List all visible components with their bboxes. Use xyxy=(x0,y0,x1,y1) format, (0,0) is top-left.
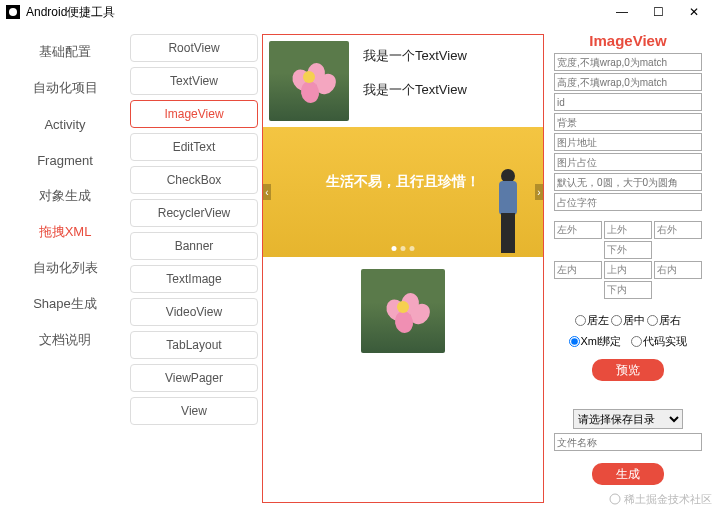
view-banner[interactable]: Banner xyxy=(130,232,258,260)
preview-textview-2[interactable]: 我是一个TextView xyxy=(363,81,467,99)
properties-panel: ImageView 左外 上外 右外 下外 左内 上内 右内 下内 xyxy=(548,24,708,513)
padding-left-inner[interactable]: 左内 xyxy=(554,261,602,279)
save-dir-select[interactable]: 请选择保存目录 xyxy=(573,409,683,429)
view-recyclerview[interactable]: RecyclerView xyxy=(130,199,258,227)
banner-prev-icon[interactable]: ‹ xyxy=(263,184,271,200)
app-icon xyxy=(6,5,20,19)
banner-person-icon xyxy=(491,167,525,257)
generate-button[interactable]: 生成 xyxy=(592,463,664,485)
padding-right-inner[interactable]: 右内 xyxy=(654,261,702,279)
nav-activity[interactable]: Activity xyxy=(0,106,130,142)
nav-shape-gen[interactable]: Shape生成 xyxy=(0,286,130,322)
radio-code-impl[interactable]: 代码实现 xyxy=(631,334,687,349)
banner-text: 生活不易，且行且珍惜！ xyxy=(326,173,480,191)
nav-basic-config[interactable]: 基础配置 xyxy=(0,34,130,70)
view-rootview[interactable]: RootView xyxy=(130,34,258,62)
preview-textview-1[interactable]: 我是一个TextView xyxy=(363,47,467,65)
svg-point-0 xyxy=(9,8,17,16)
view-checkbox[interactable]: CheckBox xyxy=(130,166,258,194)
view-viewpager[interactable]: ViewPager xyxy=(130,364,258,392)
input-placeholder-img[interactable] xyxy=(554,153,702,171)
input-width[interactable] xyxy=(554,53,702,71)
margin-left-outer[interactable]: 左外 xyxy=(554,221,602,239)
minimize-button[interactable]: — xyxy=(604,0,640,24)
view-textimage[interactable]: TextImage xyxy=(130,265,258,293)
nav-auto-project[interactable]: 自动化项目 xyxy=(0,70,130,106)
margin-bottom-outer[interactable]: 下外 xyxy=(604,241,652,259)
watermark: 稀土掘金技术社区 xyxy=(609,492,712,507)
padding-top-inner[interactable]: 上内 xyxy=(604,261,652,279)
padding-bottom-inner[interactable]: 下内 xyxy=(604,281,652,299)
view-tablayout[interactable]: TabLayout xyxy=(130,331,258,359)
close-button[interactable]: ✕ xyxy=(676,0,712,24)
preview-image-2[interactable] xyxy=(361,269,445,353)
radio-align-left[interactable]: 居左 xyxy=(575,313,609,328)
radio-xml-bind[interactable]: Xml绑定 xyxy=(569,334,622,349)
margin-top-outer[interactable]: 上外 xyxy=(604,221,652,239)
view-list: RootView TextView ImageView EditText Che… xyxy=(130,24,258,513)
maximize-button[interactable]: ☐ xyxy=(640,0,676,24)
input-height[interactable] xyxy=(554,73,702,91)
input-image-url[interactable] xyxy=(554,133,702,151)
nav-object-gen[interactable]: 对象生成 xyxy=(0,178,130,214)
filename-input[interactable] xyxy=(554,433,702,451)
banner-next-icon[interactable]: › xyxy=(535,184,543,200)
nav-docs[interactable]: 文档说明 xyxy=(0,322,130,358)
radio-align-right[interactable]: 居右 xyxy=(647,313,681,328)
view-textview[interactable]: TextView xyxy=(130,67,258,95)
radio-align-center[interactable]: 居中 xyxy=(611,313,645,328)
view-edittext[interactable]: EditText xyxy=(130,133,258,161)
preview-banner[interactable]: ‹ › 生活不易，且行且珍惜！ xyxy=(263,127,543,257)
svg-point-1 xyxy=(610,494,620,504)
nav-drag-xml[interactable]: 拖拽XML xyxy=(0,214,130,250)
preview-image-1[interactable] xyxy=(269,41,349,121)
view-videoview[interactable]: VideoView xyxy=(130,298,258,326)
input-background[interactable] xyxy=(554,113,702,131)
view-imageview[interactable]: ImageView xyxy=(130,100,258,128)
sidebar-nav: 基础配置 自动化项目 Activity Fragment 对象生成 拖拽XML … xyxy=(0,24,130,513)
preview-canvas[interactable]: 我是一个TextView 我是一个TextView ‹ › 生活不易，且行且珍惜… xyxy=(262,34,544,503)
preview-button[interactable]: 预览 xyxy=(592,359,664,381)
nav-fragment[interactable]: Fragment xyxy=(0,142,130,178)
input-id[interactable] xyxy=(554,93,702,111)
margin-right-outer[interactable]: 右外 xyxy=(654,221,702,239)
window-title: Android便捷工具 xyxy=(26,4,115,21)
banner-dots xyxy=(392,246,415,251)
view-view[interactable]: View xyxy=(130,397,258,425)
props-title: ImageView xyxy=(589,32,666,49)
nav-auto-list[interactable]: 自动化列表 xyxy=(0,250,130,286)
input-corner[interactable] xyxy=(554,173,702,191)
input-placeholder-char[interactable] xyxy=(554,193,702,211)
